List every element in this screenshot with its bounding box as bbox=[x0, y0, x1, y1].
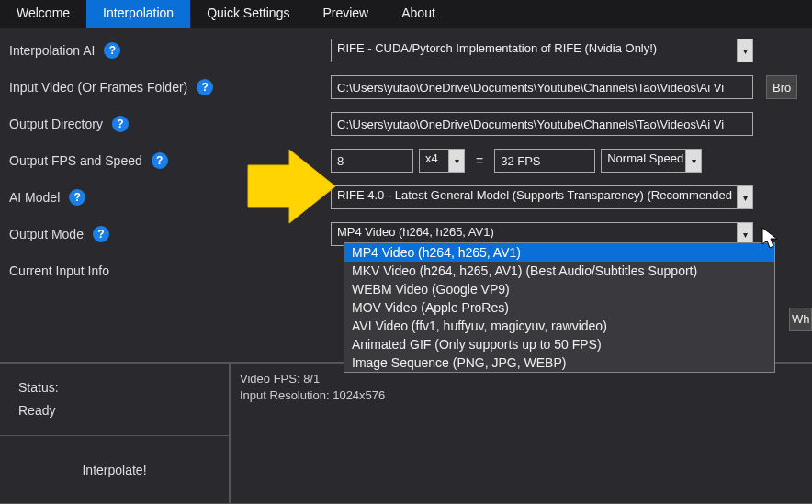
help-icon[interactable]: ? bbox=[104, 42, 120, 59]
dropdown-item[interactable]: Animated GIF (Only supports up to 50 FPS… bbox=[344, 335, 774, 353]
chevron-down-icon[interactable]: ▾ bbox=[685, 149, 702, 173]
tab-interpolation[interactable]: Interpolation bbox=[86, 0, 190, 28]
tab-quick-settings[interactable]: Quick Settings bbox=[190, 0, 306, 28]
ai-model-select[interactable]: RIFE 4.0 - Latest General Model (Support… bbox=[331, 185, 753, 209]
dropdown-item[interactable]: MP4 Video (h264, h265, AV1) bbox=[344, 243, 774, 262]
arrow-annotation-icon bbox=[239, 145, 340, 228]
video-fps-info: Video FPS: 8/1 bbox=[240, 371, 803, 387]
chevron-down-icon[interactable]: ▾ bbox=[448, 149, 465, 173]
chevron-down-icon[interactable]: ▾ bbox=[737, 185, 753, 209]
interpolation-ai-select[interactable]: RIFE - CUDA/Pytorch Implementation of RI… bbox=[331, 39, 753, 62]
input-video-field[interactable] bbox=[331, 75, 753, 99]
partial-button[interactable]: Wh bbox=[789, 308, 812, 331]
svg-marker-0 bbox=[248, 150, 335, 223]
dropdown-item[interactable]: WEBM Video (Google VP9) bbox=[344, 280, 774, 298]
interpolate-button[interactable]: Interpolate! bbox=[0, 436, 230, 504]
status-label: Status: bbox=[18, 376, 210, 399]
help-icon[interactable]: ? bbox=[152, 152, 168, 169]
dropdown-item[interactable]: Image Sequence (PNG, JPG, WEBP) bbox=[344, 353, 774, 372]
ai-model-label: AI Model bbox=[9, 190, 60, 205]
output-fps-label: Output FPS and Speed bbox=[9, 153, 142, 168]
help-icon[interactable]: ? bbox=[69, 189, 85, 206]
info-panel: Video FPS: 8/1 Input Resolution: 1024x57… bbox=[230, 363, 812, 504]
help-icon[interactable]: ? bbox=[197, 79, 213, 95]
help-icon[interactable]: ? bbox=[112, 116, 129, 132]
input-fps-field[interactable] bbox=[331, 149, 413, 173]
output-mode-label: Output Mode bbox=[9, 227, 84, 241]
tab-bar: Welcome Interpolation Quick Settings Pre… bbox=[0, 0, 812, 28]
dropdown-item[interactable]: AVI Video (ffv1, huffyuv, magicyuv, rawv… bbox=[344, 317, 774, 335]
tab-welcome[interactable]: Welcome bbox=[0, 0, 86, 28]
output-directory-field[interactable] bbox=[331, 112, 753, 136]
status-value: Ready bbox=[18, 399, 210, 422]
input-resolution-info: Input Resolution: 1024x576 bbox=[240, 387, 803, 404]
interpolation-ai-label: Interpolation AI bbox=[9, 43, 95, 58]
dropdown-item[interactable]: MKV Video (h264, h265, AV1) (Best Audio/… bbox=[344, 262, 774, 280]
tab-about[interactable]: About bbox=[385, 0, 452, 28]
bottom-panel: Status: Ready Interpolate! Video FPS: 8/… bbox=[0, 362, 812, 504]
input-video-label: Input Video (Or Frames Folder) bbox=[9, 80, 187, 95]
current-input-info-label: Current Input Info bbox=[9, 263, 109, 278]
equals-label: = bbox=[470, 153, 489, 168]
chevron-down-icon[interactable]: ▾ bbox=[737, 39, 753, 62]
tab-preview[interactable]: Preview bbox=[306, 0, 385, 28]
output-fps-field bbox=[494, 149, 595, 173]
output-directory-label: Output Directory bbox=[9, 117, 103, 131]
status-box: Status: Ready bbox=[0, 363, 230, 436]
help-icon[interactable]: ? bbox=[93, 226, 109, 242]
output-mode-dropdown: MP4 Video (h264, h265, AV1) MKV Video (h… bbox=[344, 242, 775, 373]
dropdown-item[interactable]: MOV Video (Apple ProRes) bbox=[344, 298, 774, 317]
browse-input-button[interactable]: Bro bbox=[766, 75, 797, 99]
